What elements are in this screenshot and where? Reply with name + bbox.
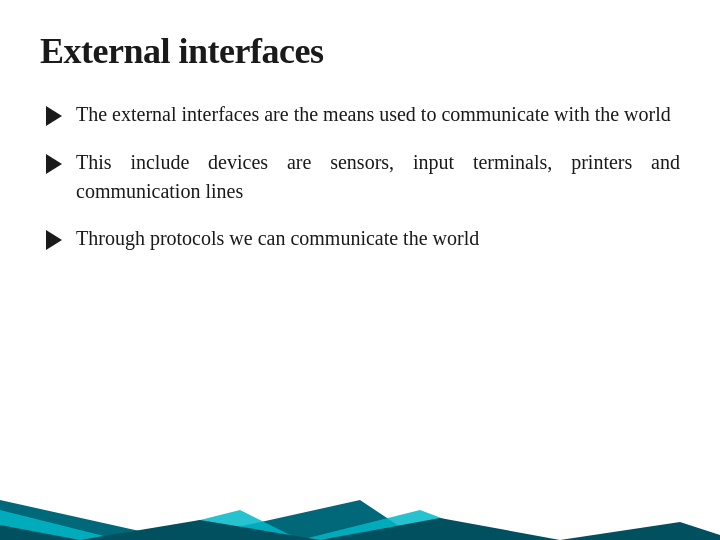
bullet-text-2: This include devices are sensors, input … xyxy=(76,148,680,206)
bullet-icon-3 xyxy=(40,226,68,254)
bullet-item-1: The external interfaces are the means us… xyxy=(40,100,680,130)
bullet-icon-2 xyxy=(40,150,68,178)
bullet-text-1: The external interfaces are the means us… xyxy=(76,100,680,129)
bullet-text-3: Through protocols we can communicate the… xyxy=(76,224,680,253)
content-area: The external interfaces are the means us… xyxy=(40,100,680,460)
bullet-item-2: This include devices are sensors, input … xyxy=(40,148,680,206)
bullet-item-3: Through protocols we can communicate the… xyxy=(40,224,680,254)
slide-title: External interfaces xyxy=(40,30,680,72)
bullet-icon-1 xyxy=(40,102,68,130)
slide: External interfaces The external interfa… xyxy=(0,0,720,540)
bottom-decoration xyxy=(0,480,720,540)
